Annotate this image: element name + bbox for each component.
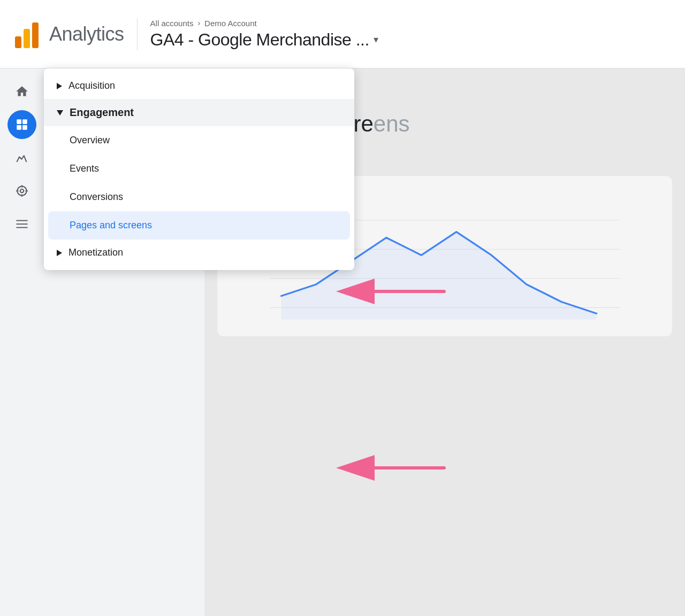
svg-rect-4	[22, 119, 27, 124]
engagement-expand-icon	[57, 110, 63, 116]
icon-sidebar	[0, 68, 44, 616]
popup-engagement-item[interactable]: Engagement	[44, 99, 354, 126]
svg-rect-5	[17, 125, 21, 130]
sidebar-item-home[interactable]	[7, 77, 36, 106]
svg-rect-3	[17, 119, 21, 124]
sidebar-item-advertising[interactable]	[7, 176, 36, 205]
breadcrumb: All accounts › Demo Account	[150, 19, 378, 28]
popup-monetization-label: Monetization	[68, 247, 123, 258]
svg-point-8	[20, 189, 24, 193]
sidebar-item-explore[interactable]	[7, 143, 36, 172]
header-divider	[137, 18, 138, 50]
popup-overview-item[interactable]: Overview	[44, 126, 354, 155]
logo-area: Analytics	[13, 18, 124, 50]
all-accounts-link[interactable]: All accounts	[150, 19, 194, 28]
property-dropdown-icon[interactable]: ▾	[374, 34, 378, 45]
acquisition-collapse-icon	[57, 83, 62, 89]
popup-engagement-label: Engagement	[70, 106, 134, 119]
property-title[interactable]: GA4 - Google Merchandise ...	[150, 30, 369, 50]
svg-rect-1	[24, 29, 30, 48]
popup-events-item[interactable]: Events	[44, 155, 354, 183]
header: Analytics All accounts › Demo Account GA…	[0, 0, 685, 68]
svg-rect-6	[22, 125, 27, 130]
engagement-popup: Acquisition Engagement Overview Events C…	[44, 68, 354, 270]
sidebar-item-configure[interactable]	[7, 210, 36, 238]
svg-point-7	[17, 186, 26, 195]
analytics-logo-icon	[13, 18, 41, 50]
popup-acquisition-item[interactable]: Acquisition	[44, 73, 354, 99]
account-info: All accounts › Demo Account GA4 - Google…	[150, 19, 378, 50]
sidebar-item-reports[interactable]	[7, 110, 36, 139]
popup-monetization-item[interactable]: Monetization	[44, 240, 354, 266]
popup-acquisition-label: Acquisition	[68, 80, 115, 91]
svg-rect-2	[32, 22, 39, 48]
breadcrumb-chevron: ›	[197, 19, 200, 27]
demo-account-link[interactable]: Demo Account	[204, 19, 257, 28]
svg-rect-0	[15, 36, 21, 48]
page-title-faded: ens	[374, 111, 410, 136]
popup-conversions-item[interactable]: Conversions	[44, 183, 354, 211]
monetization-collapse-icon	[57, 250, 62, 256]
popup-pages-and-screens-item[interactable]: Pages and screens	[48, 211, 350, 240]
app-name: Analytics	[49, 23, 124, 45]
